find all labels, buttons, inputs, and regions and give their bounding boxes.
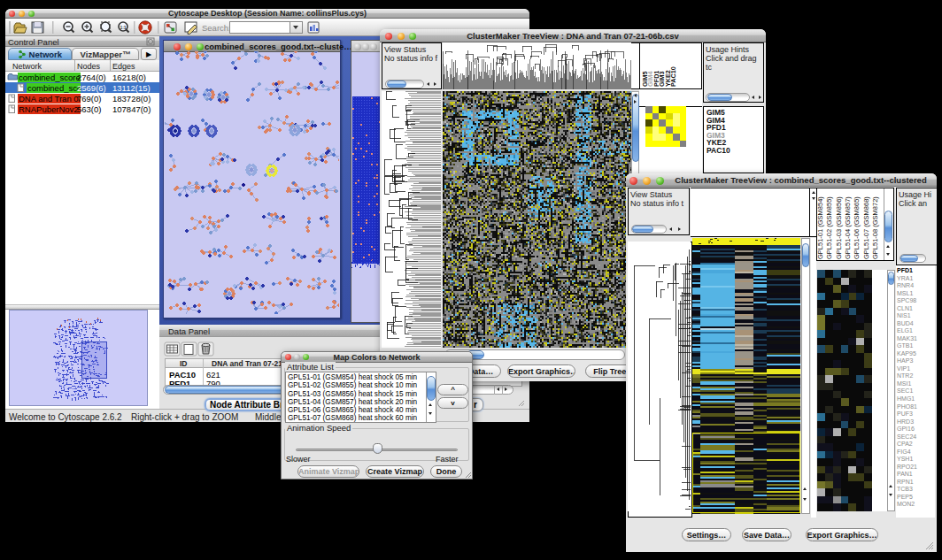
svg-text:GPL51-04 (GSM857): GPL51-04 (GSM857) [844,196,852,259]
svg-text:GPL51-08 (GSM872): GPL51-08 (GSM872) [871,196,879,259]
svg-text:GPL51-02 (GSM855): GPL51-02 (GSM855) [825,196,833,259]
svg-text:GPL51-01 (GSM854): GPL51-01 (GSM854) [816,196,824,259]
svg-text:GPL51-06 (GSM865): GPL51-06 (GSM865) [853,196,861,259]
svg-text:GPL51-03 (GSM856): GPL51-03 (GSM856) [835,196,843,259]
svg-text:GPL51-07 (GSM868): GPL51-07 (GSM868) [862,196,870,259]
